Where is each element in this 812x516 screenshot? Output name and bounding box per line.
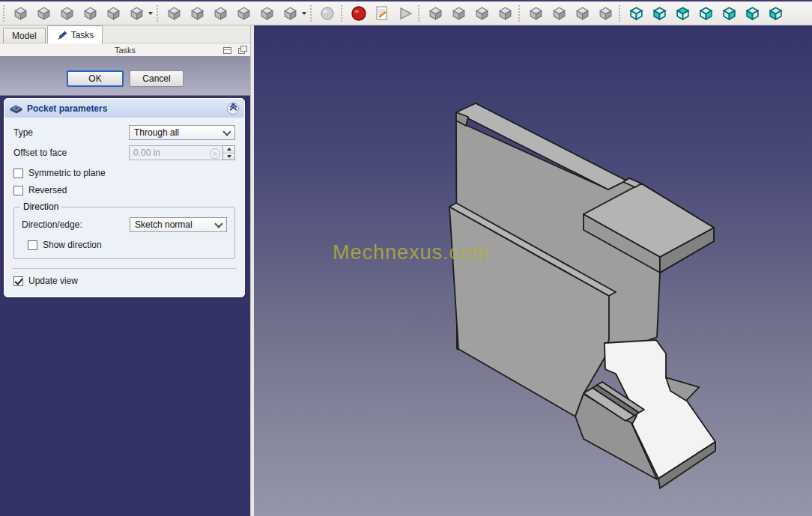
direction-edge-row: Direction/edge: Sketch normal bbox=[22, 216, 227, 233]
pocket-dialog-title: Pocket parameters bbox=[27, 103, 222, 114]
pad-icon[interactable] bbox=[10, 3, 31, 24]
subtractive-primitive-icon-dropdown-arrow[interactable] bbox=[302, 12, 306, 15]
macro-dialog-icon[interactable] bbox=[371, 3, 393, 24]
view-axonometric-icon[interactable] bbox=[625, 3, 647, 24]
tasks-panel-body: OK Cancel Pocket parameters bbox=[0, 56, 250, 516]
type-combobox-value: Through all bbox=[134, 127, 179, 138]
toolbar-grip[interactable] bbox=[157, 5, 160, 22]
3d-viewport[interactable]: Mechnexus.com bbox=[254, 25, 812, 516]
show-direction-checkbox[interactable] bbox=[28, 240, 37, 250]
toolbar-grip[interactable] bbox=[341, 5, 344, 22]
multitransform-icon[interactable] bbox=[595, 3, 616, 24]
left-panel: Model Tasks Tasks OK C bbox=[0, 25, 250, 516]
additive-primitive-icon-dropdown-arrow[interactable] bbox=[148, 12, 153, 15]
additive-pipe-icon[interactable] bbox=[79, 3, 101, 24]
cancel-button[interactable]: Cancel bbox=[130, 70, 184, 87]
spin-down-button[interactable] bbox=[223, 154, 234, 160]
toolbar bbox=[0, 0, 812, 25]
revolution-icon[interactable] bbox=[33, 3, 55, 24]
show-direction-label: Show direction bbox=[43, 240, 102, 250]
divider bbox=[12, 268, 237, 269]
titlebar-buttons bbox=[223, 46, 245, 54]
tab-model[interactable]: Model bbox=[3, 28, 46, 43]
symmetric-checkbox[interactable] bbox=[13, 169, 23, 178]
collapse-section-button[interactable] bbox=[227, 103, 239, 115]
tasks-panel-titlebar: Tasks bbox=[0, 43, 250, 56]
dock-panel-icon[interactable] bbox=[223, 47, 231, 54]
subtractive-pipe-icon[interactable] bbox=[233, 3, 255, 24]
type-combobox[interactable]: Through all bbox=[129, 125, 235, 140]
subtractive-helix-icon[interactable] bbox=[256, 3, 278, 24]
additive-loft-icon[interactable] bbox=[56, 3, 78, 24]
chevron-down-icon bbox=[222, 127, 231, 136]
reversed-checkbox[interactable] bbox=[13, 186, 23, 195]
update-view-checkbox[interactable] bbox=[13, 276, 23, 286]
direction-groupbox: Direction Direction/edge: Sketch normal … bbox=[13, 207, 235, 259]
offset-row: Offset to face 0.00 in fx bbox=[13, 145, 235, 161]
macro-execute-icon[interactable] bbox=[394, 3, 416, 24]
toolbar-grip[interactable] bbox=[518, 5, 521, 22]
update-view-row: Update view bbox=[13, 276, 235, 286]
pocket-dialog-body: Type Through all Offset to face 0.00 in … bbox=[4, 118, 244, 297]
hole-icon[interactable] bbox=[187, 3, 208, 24]
draft-icon[interactable] bbox=[471, 3, 493, 24]
formula-editor-icon[interactable]: fx bbox=[210, 148, 220, 159]
mirrored-icon[interactable] bbox=[525, 3, 547, 24]
toolbar-grip[interactable] bbox=[619, 5, 622, 22]
symmetric-label: Symmetric to plane bbox=[28, 168, 106, 178]
tab-model-label: Model bbox=[12, 31, 37, 41]
toolbar-grip[interactable] bbox=[3, 5, 6, 22]
toolbar-group-transform bbox=[517, 3, 617, 24]
offset-value: 0.00 in bbox=[133, 148, 160, 158]
groove-icon[interactable] bbox=[210, 3, 231, 24]
pocket-icon-small bbox=[10, 103, 22, 114]
chamfer-icon[interactable] bbox=[448, 3, 470, 24]
polar-pattern-icon[interactable] bbox=[572, 3, 593, 24]
toolbar-grip[interactable] bbox=[310, 5, 313, 22]
update-view-label: Update view bbox=[28, 276, 78, 286]
offset-label: Offset to face bbox=[13, 148, 129, 158]
ok-button[interactable]: OK bbox=[67, 70, 124, 87]
view-left-icon[interactable] bbox=[765, 3, 787, 24]
chevron-down-icon bbox=[214, 219, 222, 228]
show-direction-row: Show direction bbox=[28, 240, 227, 250]
additive-primitive-icon[interactable] bbox=[126, 3, 148, 24]
view-top-icon[interactable] bbox=[672, 3, 694, 24]
reversed-row: Reversed bbox=[13, 185, 235, 195]
tab-tasks-label: Tasks bbox=[71, 30, 94, 40]
linear-pattern-icon[interactable] bbox=[548, 3, 570, 24]
tab-tasks[interactable]: Tasks bbox=[47, 25, 103, 43]
task-buttons-row: OK Cancel bbox=[0, 70, 250, 87]
toolbar-group-partdesign-subtractive bbox=[155, 3, 309, 24]
type-label: Type bbox=[13, 127, 129, 138]
watermark: Mechnexus.com bbox=[333, 241, 490, 264]
pocket-parameters-dialog: Pocket parameters Type Through all bbox=[4, 98, 245, 297]
direction-edge-combobox[interactable]: Sketch normal bbox=[130, 217, 227, 232]
spin-up-button[interactable] bbox=[223, 146, 234, 154]
toolbar-group-boolean bbox=[309, 3, 339, 24]
view-right-icon[interactable] bbox=[695, 3, 717, 24]
macro-record-icon[interactable] bbox=[348, 3, 369, 24]
tasks-panel-title: Tasks bbox=[115, 46, 136, 55]
float-panel-icon[interactable] bbox=[238, 48, 245, 54]
thickness-icon[interactable] bbox=[494, 3, 516, 24]
pocket-icon[interactable] bbox=[163, 3, 185, 24]
pocket-dialog-header: Pocket parameters bbox=[4, 99, 244, 118]
subtractive-primitive-icon[interactable] bbox=[279, 3, 301, 24]
offset-spinner bbox=[222, 145, 235, 160]
direction-edge-value: Sketch normal bbox=[135, 219, 193, 230]
boolean-operation-icon[interactable] bbox=[317, 3, 339, 24]
additive-helix-icon[interactable] bbox=[103, 3, 124, 24]
reversed-label: Reversed bbox=[28, 185, 67, 195]
view-rear-icon[interactable] bbox=[718, 3, 740, 24]
panel-tabbar: Model Tasks bbox=[0, 25, 250, 43]
offset-input[interactable]: 0.00 in fx bbox=[129, 145, 222, 160]
fillet-icon[interactable] bbox=[425, 3, 446, 24]
direction-group-title: Direction bbox=[20, 201, 61, 212]
toolbar-grip[interactable] bbox=[418, 5, 421, 22]
view-front-icon[interactable] bbox=[649, 3, 670, 24]
toolbar-group-dressup bbox=[416, 3, 517, 24]
pencil-icon bbox=[56, 30, 67, 40]
toolbar-group-partdesign-additive bbox=[1, 3, 155, 24]
view-bottom-icon[interactable] bbox=[742, 3, 763, 24]
